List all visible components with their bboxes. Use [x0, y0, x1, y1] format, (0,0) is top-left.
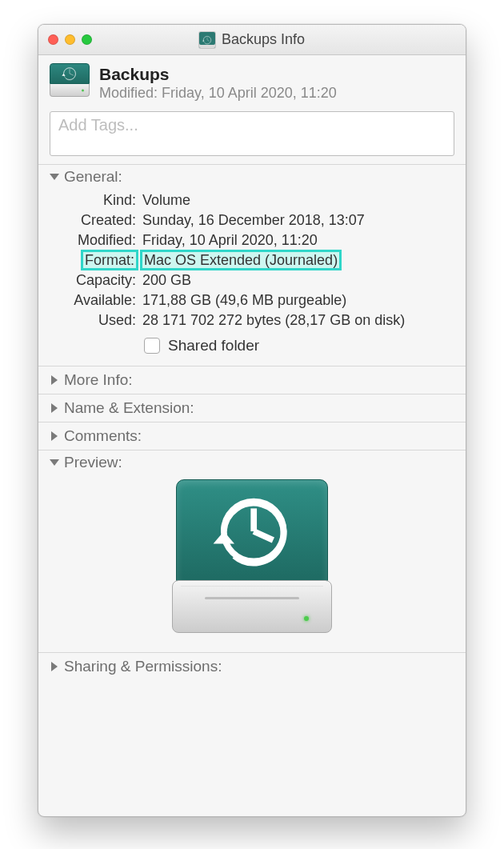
tags-input[interactable]	[57, 115, 447, 135]
section-preview-header[interactable]: Preview:	[50, 454, 454, 471]
created-value: Sunday, 16 December 2018, 13:07	[142, 212, 454, 229]
header: Backups Modified: Friday, 10 April 2020,…	[38, 55, 466, 110]
section-sharing-permissions: Sharing & Permissions:	[38, 652, 466, 680]
svg-marker-5	[214, 531, 234, 543]
timemachine-icon	[61, 65, 78, 82]
used-value: 28 171 702 272 bytes (28,17 GB on disk)	[142, 312, 454, 329]
chevron-down-icon	[50, 174, 59, 180]
modified-value-row: Friday, 10 April 2020, 11:20	[142, 232, 454, 249]
window-title: Backups Info	[222, 31, 305, 48]
preview-content	[50, 471, 454, 649]
drive-preview-icon	[172, 479, 332, 633]
svg-point-0	[203, 36, 211, 44]
chevron-right-icon	[51, 403, 58, 413]
drive-icon	[50, 63, 90, 97]
section-general-header[interactable]: General:	[50, 168, 454, 186]
section-more-info-header[interactable]: More Info:	[50, 371, 454, 389]
section-sharing-permissions-title: Sharing & Permissions:	[64, 658, 222, 675]
shared-folder-label: Shared folder	[168, 337, 259, 354]
window-controls	[48, 34, 92, 45]
section-general-title: General:	[64, 168, 122, 186]
section-name-extension-title: Name & Extension:	[64, 399, 194, 417]
created-label: Created:	[50, 212, 136, 229]
section-name-extension-header[interactable]: Name & Extension:	[50, 399, 454, 417]
section-more-info-title: More Info:	[64, 371, 133, 389]
section-comments-title: Comments:	[64, 427, 142, 445]
svg-marker-1	[202, 40, 204, 41]
general-grid: Kind: Volume Created: Sunday, 16 Decembe…	[50, 192, 454, 329]
kind-value: Volume	[142, 192, 454, 209]
available-label: Available:	[50, 292, 136, 309]
titlebar: Backups Info	[38, 25, 466, 55]
modified-label: Modified:	[50, 232, 136, 249]
capacity-label: Capacity:	[50, 272, 136, 289]
timemachine-icon	[202, 34, 213, 46]
item-name: Backups	[99, 65, 337, 84]
title-drive-icon	[199, 32, 215, 48]
chevron-down-icon	[50, 459, 59, 466]
format-value: Mac OS Extended (Journaled)	[142, 252, 454, 269]
chevron-right-icon	[51, 375, 58, 385]
shared-folder-checkbox[interactable]	[144, 338, 160, 354]
item-modified: Modified: Friday, 10 April 2020, 11:20	[99, 85, 337, 102]
modified-value: Friday, 10 April 2020, 11:20	[162, 85, 337, 101]
available-value: 171,88 GB (49,6 MB purgeable)	[142, 292, 454, 309]
section-name-extension: Name & Extension:	[38, 394, 466, 422]
section-preview-title: Preview:	[64, 454, 122, 471]
section-preview: Preview:	[38, 450, 466, 652]
shared-folder-row: Shared folder	[144, 337, 454, 354]
chevron-right-icon	[51, 431, 58, 441]
chevron-right-icon	[51, 662, 58, 671]
section-sharing-permissions-header[interactable]: Sharing & Permissions:	[50, 658, 454, 675]
used-label: Used:	[50, 312, 136, 329]
section-general: General: Kind: Volume Created: Sunday, 1…	[38, 164, 466, 366]
section-comments: Comments:	[38, 422, 466, 450]
zoom-icon[interactable]	[82, 34, 92, 45]
modified-label: Modified:	[99, 85, 158, 101]
timemachine-icon	[208, 487, 296, 575]
info-window: Backups Info Backups Modified:	[38, 24, 466, 817]
format-label: Format:	[50, 252, 136, 269]
minimize-icon[interactable]	[65, 34, 75, 45]
section-comments-header[interactable]: Comments:	[50, 427, 454, 445]
close-icon[interactable]	[48, 34, 58, 45]
section-more-info: More Info:	[38, 366, 466, 394]
tags-field[interactable]	[50, 111, 454, 156]
svg-marker-3	[62, 74, 65, 76]
capacity-value: 200 GB	[142, 272, 454, 289]
kind-label: Kind:	[50, 192, 136, 209]
